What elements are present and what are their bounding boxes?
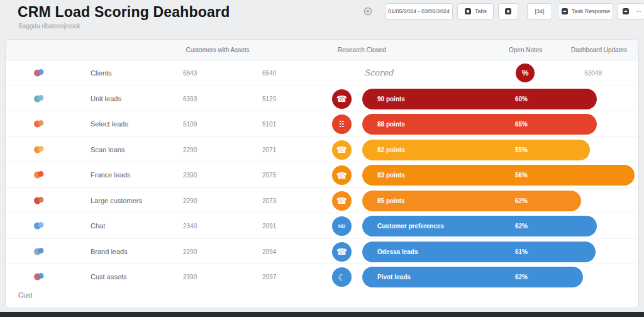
score-badge[interactable]: ☎ [332,191,352,211]
col-header-research-closed: Research Closed [338,47,386,53]
col-header-customers-with-assets: Customers with Assets [170,47,265,53]
phone-icon: ☎ [336,247,347,256]
settings-icon[interactable] [364,7,372,16]
row-category-icon [33,169,45,181]
tabs-button[interactable]: Tabs [457,3,494,19]
row-value-2: 2075 [262,172,276,179]
score-badge[interactable]: ☎ [332,242,352,262]
score-bar-label: 85 points [377,197,405,204]
scoring-table-card: Customers with Assets Research Closed Op… [5,39,639,308]
row-label: Large customers [91,197,142,204]
task-response-button[interactable]: Task Response [558,3,613,19]
row-label: Clients [91,69,112,77]
score-bar-percent: 56% [515,172,528,179]
table-row: Brand leads 2290 2094 ☎ Odessa leads 61% [6,239,638,265]
tabs-label: Tabs [475,8,487,14]
score-badge[interactable]: ☎ [332,165,352,185]
row-value-2: 2091 [262,223,276,230]
phone-icon: ☎ [336,171,347,180]
score-badge[interactable]: ☎ [332,140,352,160]
row-value-2: 2097 [262,274,276,281]
table-row: Chat 2340 2091 ND Customer preferences 6… [6,213,638,239]
row-value-2: 6540 [262,70,276,77]
nd-badge-icon: ND [338,224,346,229]
row-value-1: 2290 [183,197,197,204]
row-value-2: 5129 [262,96,276,103]
score-bar-label: 88 points [377,121,405,128]
row-value-1: 2390 [183,172,197,179]
phone-icon: ☎ [336,145,347,154]
row-label: France leads [91,171,131,179]
row-label: Chat [91,222,105,230]
score-badge[interactable]: ☎ [332,89,352,109]
page-title: CRM Load Scoring Deahboard [18,4,230,21]
row-value-2: 5101 [262,121,276,128]
snapshot-button[interactable] [498,3,518,19]
score-bar-percent: 60% [515,96,528,103]
moon-icon: ☾ [338,273,346,282]
more-button[interactable]: ⋯ [618,3,644,19]
score-bar-label: 83 points [377,172,405,179]
row-label: Cust assets [91,273,126,281]
score-badge[interactable]: ⠿ [332,114,352,134]
row-value-2: 2094 [262,248,276,255]
row-category-icon [33,93,45,104]
table-row: Select leads 5109 5101 ⠿ 88 points 65% [6,111,638,137]
row-category-icon [33,118,45,130]
dots-icon: ⠿ [338,120,345,129]
more-label: ⋯ [636,8,641,14]
row-value-1: 2290 [183,248,197,255]
phone-icon: ☎ [336,94,347,103]
score-bar-percent: 65% [515,121,528,128]
score-badge[interactable]: ☾ [332,267,352,287]
percent-badge[interactable]: % [516,64,535,82]
row-label: Unit leads [91,95,121,103]
row-category-icon [33,220,45,231]
row-category-icon [33,67,45,79]
score-bar[interactable]: Odessa leads 61% [362,242,596,262]
date-range-button[interactable]: 01/05/2024 - 03/05/2024 [385,3,453,19]
score-bar[interactable]: 83 points 56% [362,165,635,186]
task-response-icon [561,8,569,15]
score-bar[interactable]: Pivot leads 62% [362,267,583,287]
row-value-1: 6393 [183,96,197,103]
tabs-icon [464,8,472,15]
row-label: Scan loans [91,146,125,153]
table-row: Scan loans 2290 2071 ☎ 82 points 55% [6,137,638,163]
score-bar-label: Pivot leads [377,274,411,281]
score-bar-percent: 62% [515,223,528,230]
count-label: [34] [535,8,544,14]
score-bar-label: Customer preferences [377,223,444,230]
score-bar[interactable]: 90 points 60% [362,89,597,109]
col-header-dashboard-updates: Dashboard Updates [571,47,627,53]
table-row: Large customers 2290 2073 ☎ 85 points 62… [6,188,638,214]
score-badge[interactable]: ND [332,216,352,236]
score-bar-label: Odessa leads [377,248,418,255]
table-header-row: Customers with Assets Research Closed Op… [6,40,638,60]
score-bar-percent: 62% [515,274,528,281]
table-row: Cust assets 2390 2097 ☾ Pivot leads 62% [6,264,638,290]
score-bar[interactable]: 88 points 65% [362,114,597,135]
scored-text: Scored [364,68,393,77]
col-header-open-notes: Open Notes [509,47,542,53]
score-bar[interactable]: Customer preferences 62% [362,216,597,236]
row-value-2: 2071 [262,147,276,153]
row-value-1: 5109 [183,121,197,128]
score-bar-percent: 55% [515,147,528,153]
table-row: Clients 6843 6540 Scored % 53048 [6,60,638,86]
window-bottom-edge [0,312,644,317]
row-category-icon [33,195,45,206]
count-button[interactable]: [34] [527,3,552,19]
row-category-icon [33,271,45,282]
task-response-label: Task Response [572,8,611,14]
row-category-icon [33,246,45,257]
row-label: Brand leads [91,248,128,255]
date-range-label: 01/05/2024 - 03/05/2024 [388,8,450,14]
score-bar-label: 90 points [377,96,405,103]
score-bar-percent: 62% [515,197,528,204]
row-value-1: 6843 [183,70,197,77]
score-bar[interactable]: 85 points 62% [362,191,581,211]
table-row: Unit leads 6393 5129 ☎ 90 points 60% [6,86,638,112]
row-value-1: 2340 [183,223,197,230]
score-bar[interactable]: 82 points 55% [362,140,590,160]
